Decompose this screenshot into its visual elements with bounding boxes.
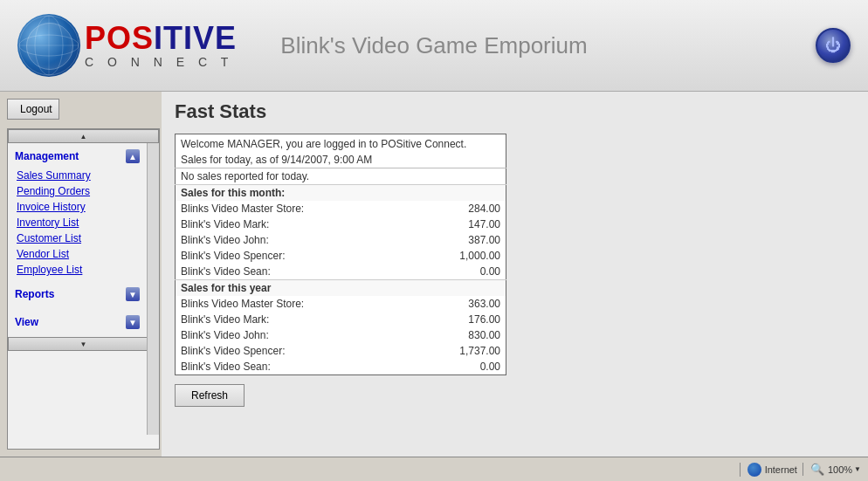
month-value-4: 0.00 bbox=[393, 264, 506, 280]
month-value-2: 387.00 bbox=[393, 232, 506, 248]
sidebar-item-invoice-history[interactable]: Invoice History bbox=[11, 199, 143, 215]
welcome-text-1: Welcome MANAGER, you are logged in to PO… bbox=[176, 134, 506, 153]
reports-section-header: Reports ▼ bbox=[11, 285, 143, 304]
year-section-row: Sales for this year bbox=[176, 280, 506, 297]
internet-zone: Internet bbox=[740, 463, 797, 477]
view-toggle[interactable]: ▼ bbox=[126, 315, 140, 329]
page-title: Fast Stats bbox=[175, 100, 855, 123]
sidebar-item-sales-summary[interactable]: Sales Summary bbox=[11, 168, 143, 183]
month-row-3: Blink's Video Spencer: 1,000.00 bbox=[176, 248, 506, 264]
month-store-2: Blink's Video John: bbox=[176, 232, 393, 248]
month-section-row: Sales for this month: bbox=[176, 185, 506, 202]
year-store-2: Blink's Video John: bbox=[176, 327, 393, 343]
view-section-title: View bbox=[15, 316, 38, 328]
view-section-header: View ▼ bbox=[11, 313, 143, 332]
year-store-1: Blink's Video Mark: bbox=[176, 312, 393, 327]
year-store-4: Blink's Video Sean: bbox=[176, 359, 393, 375]
logo-positive: POSITIVE bbox=[85, 23, 237, 54]
year-store-3: Blink's Video Spencer: bbox=[176, 343, 393, 359]
sidebar-inner: Management ▲ Sales Summary Pending Order… bbox=[8, 143, 159, 337]
zoom-dropdown[interactable]: 100% ▼ bbox=[828, 464, 861, 475]
month-value-3: 1,000.00 bbox=[393, 248, 506, 264]
welcome-row-3: No sales reported for today. bbox=[176, 168, 506, 185]
year-value-4: 0.00 bbox=[393, 359, 506, 375]
welcome-text-3: No sales reported for today. bbox=[176, 168, 506, 185]
header: POSITIVE C O N N E C T Blink's Video Gam… bbox=[0, 0, 868, 92]
sidebar-item-customer-list[interactable]: Customer List bbox=[11, 230, 143, 246]
section-divider-2 bbox=[11, 306, 143, 313]
logo-area: POSITIVE C O N N E C T bbox=[17, 14, 237, 77]
month-row-1: Blink's Video Mark: 147.00 bbox=[176, 216, 506, 232]
internet-globe-icon bbox=[747, 463, 761, 477]
year-section-label: Sales for this year bbox=[176, 280, 506, 297]
year-value-2: 830.00 bbox=[393, 327, 506, 343]
year-value-1: 176.00 bbox=[393, 312, 506, 327]
welcome-row-1: Welcome MANAGER, you are logged in to PO… bbox=[176, 134, 506, 153]
scroll-track bbox=[147, 143, 159, 435]
year-row-2: Blink's Video John: 830.00 bbox=[176, 327, 506, 343]
zoom-area[interactable]: 🔍 100% ▼ bbox=[803, 463, 861, 476]
logo-itive: ITIVE bbox=[154, 20, 237, 56]
header-title: Blink's Video Game Emporium bbox=[280, 32, 587, 59]
zoom-label: 100% bbox=[828, 464, 852, 475]
year-value-0: 363.00 bbox=[393, 296, 506, 312]
zoom-arrow-icon: ▼ bbox=[854, 465, 861, 473]
month-row-0: Blinks Video Master Store: 284.00 bbox=[176, 201, 506, 216]
month-section-label: Sales for this month: bbox=[176, 185, 506, 202]
scroll-down-button[interactable]: ▼ bbox=[8, 337, 159, 351]
month-row-4: Blink's Video Sean: 0.00 bbox=[176, 264, 506, 280]
year-row-3: Blink's Video Spencer: 1,737.00 bbox=[176, 343, 506, 359]
zoom-icon: 🔍 bbox=[810, 463, 824, 476]
logo-text: POSITIVE C O N N E C T bbox=[85, 23, 237, 68]
management-section-title: Management bbox=[15, 150, 79, 162]
welcome-text-2: Sales for today, as of 9/14/2007, 9:00 A… bbox=[176, 152, 506, 168]
logout-button[interactable]: Logout bbox=[7, 99, 59, 120]
month-row-2: Blink's Video John: 387.00 bbox=[176, 232, 506, 248]
logo-pos: POS bbox=[85, 20, 154, 56]
logo-connect: C O N N E C T bbox=[85, 56, 237, 68]
sidebar: Logout ▲ Management ▲ Sales Summary Pend… bbox=[0, 92, 162, 457]
month-store-0: Blinks Video Master Store: bbox=[176, 201, 393, 216]
section-divider-1 bbox=[11, 278, 143, 285]
year-store-0: Blinks Video Master Store: bbox=[176, 296, 393, 312]
sidebar-item-employee-list[interactable]: Employee List bbox=[11, 262, 143, 278]
management-section-header: Management ▲ bbox=[11, 147, 143, 166]
internet-label: Internet bbox=[765, 464, 797, 475]
month-value-1: 147.00 bbox=[393, 216, 506, 232]
main-container: Logout ▲ Management ▲ Sales Summary Pend… bbox=[0, 92, 868, 457]
year-row-1: Blink's Video Mark: 176.00 bbox=[176, 312, 506, 327]
sidebar-item-inventory-list[interactable]: Inventory List bbox=[11, 215, 143, 230]
year-value-3: 1,737.00 bbox=[393, 343, 506, 359]
month-store-1: Blink's Video Mark: bbox=[176, 216, 393, 232]
content-area: Fast Stats Welcome MANAGER, you are logg… bbox=[162, 92, 868, 457]
status-bar: Internet 🔍 100% ▼ bbox=[0, 457, 868, 481]
month-store-4: Blink's Video Sean: bbox=[176, 264, 393, 280]
power-button[interactable] bbox=[816, 28, 851, 63]
refresh-button[interactable]: Refresh bbox=[175, 384, 245, 407]
year-row-4: Blink's Video Sean: 0.00 bbox=[176, 359, 506, 375]
month-value-0: 284.00 bbox=[393, 201, 506, 216]
stats-table: Welcome MANAGER, you are logged in to PO… bbox=[175, 134, 506, 375]
sidebar-item-vendor-list[interactable]: Vendor List bbox=[11, 246, 143, 262]
reports-toggle[interactable]: ▼ bbox=[126, 287, 140, 301]
month-store-3: Blink's Video Spencer: bbox=[176, 248, 393, 264]
year-row-0: Blinks Video Master Store: 363.00 bbox=[176, 296, 506, 312]
sidebar-scroll: ▲ Management ▲ Sales Summary Pending Ord… bbox=[7, 128, 160, 450]
logo-globe-icon bbox=[17, 14, 80, 77]
welcome-row-2: Sales for today, as of 9/14/2007, 9:00 A… bbox=[176, 152, 506, 168]
reports-section-title: Reports bbox=[15, 288, 54, 300]
scroll-up-button[interactable]: ▲ bbox=[8, 129, 159, 143]
management-toggle[interactable]: ▲ bbox=[126, 149, 140, 163]
sidebar-item-pending-orders[interactable]: Pending Orders bbox=[11, 183, 143, 199]
